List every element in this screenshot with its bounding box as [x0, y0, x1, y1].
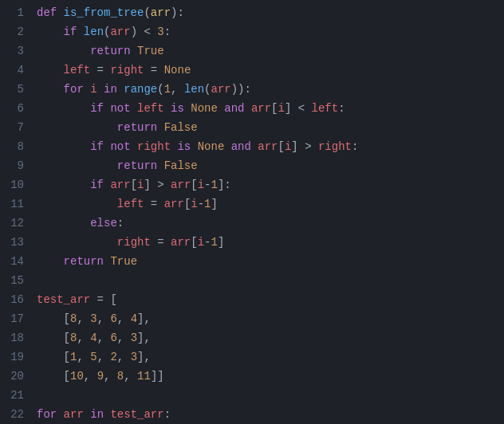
line-number: 10 — [6, 175, 24, 194]
code-line: if not right is None and arr[i] > right: — [37, 137, 498, 156]
code-line: [8, 3, 6, 4], — [37, 309, 498, 328]
code-line: test_arr = [ — [37, 290, 498, 309]
code-line: return True — [37, 41, 498, 61]
line-number: 22 — [6, 405, 24, 424]
line-number: 9 — [6, 156, 24, 175]
line-numbers: 123456789101112131415161718192021222324 — [0, 3, 30, 421]
line-number: 14 — [6, 252, 24, 271]
line-number: 13 — [6, 233, 24, 252]
code-line: if len(arr) < 3: — [37, 22, 498, 41]
line-number: 5 — [6, 80, 24, 99]
line-number: 12 — [6, 214, 24, 233]
code-line: for arr in test_arr: — [37, 405, 498, 421]
code-line: return False — [37, 118, 498, 137]
code-line: [1, 5, 2, 3], — [37, 347, 498, 367]
line-number: 21 — [6, 386, 24, 405]
code-content: def is_from_tree(arr): if len(arr) < 3: … — [30, 3, 504, 421]
line-number: 4 — [6, 61, 24, 80]
line-number: 15 — [6, 271, 24, 290]
line-number: 18 — [6, 328, 24, 347]
code-line: return False — [37, 156, 498, 175]
code-line: if arr[i] > arr[i-1]: — [37, 175, 498, 194]
code-line: [8, 4, 6, 3], — [37, 328, 498, 347]
code-line: left = right = None — [37, 61, 498, 80]
line-number: 20 — [6, 367, 24, 386]
code-line: def is_from_tree(arr): — [37, 3, 498, 22]
code-line — [37, 386, 498, 405]
line-number: 7 — [6, 118, 24, 137]
line-number: 1 — [6, 3, 24, 22]
code-line: right = arr[i-1] — [37, 233, 498, 252]
line-number: 19 — [6, 347, 24, 367]
line-number: 3 — [6, 41, 24, 61]
line-number: 17 — [6, 309, 24, 328]
line-number: 2 — [6, 22, 24, 41]
code-line: [10, 9, 8, 11]] — [37, 367, 498, 386]
line-number: 8 — [6, 137, 24, 156]
code-editor: 123456789101112131415161718192021222324 … — [0, 0, 504, 424]
line-number: 6 — [6, 99, 24, 118]
line-number: 16 — [6, 290, 24, 309]
code-line — [37, 271, 498, 290]
code-line: else: — [37, 214, 498, 233]
code-line: for i in range(1, len(arr)): — [37, 80, 498, 99]
code-line: left = arr[i-1] — [37, 194, 498, 214]
code-line: if not left is None and arr[i] < left: — [37, 99, 498, 118]
line-number: 11 — [6, 194, 24, 214]
code-line: return True — [37, 252, 498, 271]
